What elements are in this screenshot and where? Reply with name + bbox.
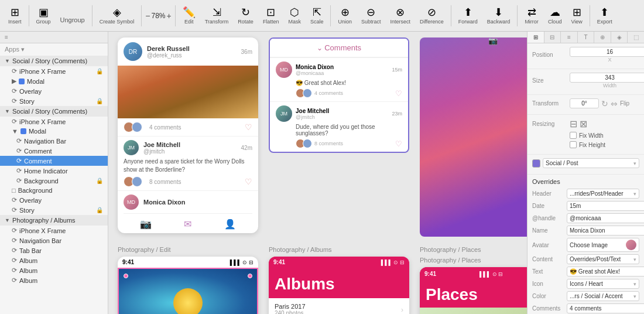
symbol-icon: ⟳ bbox=[12, 227, 17, 234]
override-comments-input[interactable] bbox=[567, 303, 644, 313]
layer-modal-2[interactable]: ▼ Modal bbox=[0, 127, 108, 136]
layer-overlay-1[interactable]: ⟳ Overlay bbox=[0, 86, 108, 96]
toolbar-mirror[interactable]: ⇄ Mirror bbox=[521, 7, 542, 25]
person-action-icon[interactable]: 👤 bbox=[224, 219, 236, 230]
toolbar-mask[interactable]: ⬡ Mask bbox=[285, 7, 304, 25]
override-content-select[interactable]: Overrides/Post/Text ▾ bbox=[567, 254, 639, 264]
layer-overlay-2[interactable]: ⟳ Overlay bbox=[0, 195, 108, 205]
avatar-thumb-1 bbox=[626, 240, 636, 250]
zoom-decrease-button[interactable]: − bbox=[145, 11, 150, 21]
apps-label[interactable]: Apps ▾ bbox=[0, 43, 108, 56]
override-handle-input[interactable] bbox=[567, 213, 644, 223]
phone-frame-derek[interactable]: DR Derek Russell @derek_russ 36m bbox=[118, 37, 258, 233]
flip-icon[interactable]: ⇔ bbox=[611, 99, 618, 108]
override-icon-select[interactable]: Icons / Heart ▾ bbox=[567, 279, 639, 289]
layer-story-2[interactable]: ⟳ Story 🔒 bbox=[0, 205, 108, 215]
toolbar-forward[interactable]: ⬆ Forward bbox=[455, 7, 481, 25]
symbol-select[interactable]: Social / Post ▾ bbox=[543, 158, 639, 168]
canvas-col-albums: Photography / Albums 9:41 ▌▌▌ ⊙ ⊟ 📷 Albu… bbox=[269, 246, 409, 314]
tab-align[interactable]: ⊞ bbox=[527, 32, 544, 43]
toolbar-insert[interactable]: ⊞ Insert bbox=[5, 7, 25, 25]
layer-iphone-x-frame-3[interactable]: ⟳ iPhone X Frame bbox=[0, 226, 108, 236]
override-name-input[interactable] bbox=[567, 226, 644, 236]
tab-other1[interactable]: ◈ bbox=[611, 32, 628, 43]
toolbar-view[interactable]: ⊞ View bbox=[567, 7, 585, 25]
toolbar-union[interactable]: ⊕ Union bbox=[334, 7, 355, 25]
layer-nav-bar[interactable]: ⟳ Navigation Bar bbox=[0, 136, 108, 146]
layer-album-3[interactable]: ⟳ Album bbox=[0, 275, 108, 285]
toolbar-edit[interactable]: ✏️ Edit bbox=[179, 7, 199, 25]
toolbar-cloud[interactable]: ☁ Cloud bbox=[544, 7, 566, 25]
status-icons-edit: ▌▌▌ ⊙ ⊟ bbox=[230, 260, 254, 265]
layer-navigation-bar[interactable]: ⟳ Navigation Bar bbox=[0, 236, 108, 245]
edit-icon: ✏️ bbox=[183, 7, 196, 18]
toolbar-transform[interactable]: ⇲ Transform bbox=[201, 7, 232, 25]
heart-comment2[interactable]: ♡ bbox=[395, 139, 402, 148]
tab-text[interactable]: T bbox=[578, 32, 595, 43]
section-header-1[interactable]: ▼ Social / Story (Comments) bbox=[0, 56, 108, 66]
size-width-input[interactable] bbox=[570, 73, 644, 83]
toolbar-group[interactable]: ▣ Group bbox=[33, 7, 54, 25]
transform-rotate-input[interactable] bbox=[570, 98, 599, 108]
phone-frame-places[interactable]: 9:41 ▌▌▌ ⊙ ⊟ 📷 Places CHAMPS-ÉLYSÉES ÉLY… bbox=[420, 267, 527, 314]
section-header-2[interactable]: ▼ Social / Story (Comments) bbox=[0, 106, 108, 117]
resizing-icon-2[interactable]: ⊠ bbox=[580, 118, 587, 129]
layer-album-2[interactable]: ⟳ Album bbox=[0, 265, 108, 275]
message-action-icon[interactable]: ✉ bbox=[184, 219, 191, 230]
layer-iphone-x-frame-1[interactable]: ⟳ iPhone X Frame 🔒 bbox=[0, 66, 108, 76]
phone-frame-edit[interactable]: 9:41 ▌▌▌ ⊙ ⊟ bbox=[118, 257, 258, 314]
tab-other2[interactable]: ⬚ bbox=[628, 32, 644, 43]
size-w-group: Width bbox=[570, 73, 644, 88]
tab-anchor[interactable]: ⊕ bbox=[594, 32, 611, 43]
comments-modal[interactable]: ⌄ Comments MD Monica Dixon bbox=[269, 37, 409, 153]
override-avatar-select[interactable]: Choose Image bbox=[567, 238, 639, 252]
heart-icon-joe[interactable]: ♡ bbox=[245, 177, 252, 186]
override-color-select[interactable]: ...rs / Social / Accent ▾ bbox=[567, 291, 639, 301]
heart-icon-derek[interactable]: ♡ bbox=[245, 122, 252, 132]
toolbar-scale[interactable]: ⇱ Scale bbox=[307, 7, 327, 25]
layer-comment-2-selected[interactable]: ⟳ Comment bbox=[0, 156, 108, 166]
layer-album-1[interactable]: ⟳ Album bbox=[0, 255, 108, 265]
override-date-input[interactable] bbox=[567, 201, 644, 211]
layer-background-1[interactable]: ⟳ Background 🔒 bbox=[0, 176, 108, 186]
toolbar-create-symbol[interactable]: ◈ Create Symbol bbox=[96, 7, 138, 25]
layer-comment-1[interactable]: ⟳ Comment bbox=[0, 146, 108, 156]
camera-action-icon[interactable]: 📷 bbox=[140, 219, 152, 230]
override-header-select[interactable]: ...rrides/Post/Header ▾ bbox=[567, 189, 639, 199]
toolbar-subtract[interactable]: ⊖ Subtract bbox=[358, 7, 385, 25]
resizing-icon-1[interactable]: ⊟ bbox=[570, 118, 577, 129]
override-text-input[interactable] bbox=[567, 267, 644, 277]
toolbar-ungroup[interactable]: Ungroup bbox=[57, 8, 88, 23]
override-handle-row: @handle bbox=[532, 213, 639, 223]
layer-story-1[interactable]: ⟳ Story 🔒 bbox=[0, 96, 108, 106]
parrot-photo[interactable] bbox=[118, 268, 258, 314]
section-header-3[interactable]: ▼ Photography / Albums bbox=[0, 215, 108, 226]
fix-height-checkbox[interactable] bbox=[570, 141, 577, 148]
override-avatar-row: Avatar Choose Image bbox=[532, 238, 639, 252]
canvas-area[interactable]: DR Derek Russell @derek_russ 36m bbox=[108, 32, 527, 314]
tab-grid[interactable]: ⊟ bbox=[544, 32, 561, 43]
tab-list[interactable]: ≡ bbox=[561, 32, 578, 43]
phone-frame-albums[interactable]: 9:41 ▌▌▌ ⊙ ⊟ 📷 Albums Paris 2017 240 bbox=[269, 257, 409, 314]
layer-background-2[interactable]: □ Background bbox=[0, 186, 108, 195]
folder-color-badge bbox=[20, 128, 26, 134]
selection-handle-tr[interactable] bbox=[248, 274, 252, 278]
toolbar-rotate[interactable]: ↻ Rotate bbox=[234, 7, 257, 25]
zoom-increase-button[interactable]: + bbox=[166, 11, 171, 21]
toolbar-difference[interactable]: ⊘ Difference bbox=[416, 7, 447, 25]
heart-comment1[interactable]: ♡ bbox=[395, 89, 402, 98]
toolbar-flatten[interactable]: ⊡ Flatten bbox=[259, 7, 283, 25]
album-item-paris[interactable]: Paris 2017 240 photos › bbox=[269, 298, 409, 314]
selection-handle-tl[interactable] bbox=[124, 274, 128, 278]
layer-modal-1[interactable]: ▶ Modal bbox=[0, 76, 108, 86]
layer-iphone-x-frame-2[interactable]: ⟳ iPhone X Frame bbox=[0, 117, 108, 127]
toolbar-intersect[interactable]: ⊗ Intersect bbox=[386, 7, 414, 25]
places-map[interactable]: CHAMPS-ÉLYSÉES ÉLYSÉES bbox=[420, 308, 527, 314]
toolbar-export[interactable]: ⬆ Export bbox=[594, 7, 616, 25]
layer-tab-bar[interactable]: ⟳ Tab Bar bbox=[0, 245, 108, 255]
toolbar-backward[interactable]: ⬇ Backward bbox=[484, 7, 514, 25]
position-x-input[interactable] bbox=[570, 47, 644, 57]
fix-width-checkbox[interactable] bbox=[570, 132, 577, 139]
layer-home-indicator[interactable]: ⟳ Home Indicator bbox=[0, 166, 108, 176]
right-panel: ⊞ ⊟ ≡ T ⊕ ◈ ⬚ Position X Y bbox=[527, 32, 644, 314]
